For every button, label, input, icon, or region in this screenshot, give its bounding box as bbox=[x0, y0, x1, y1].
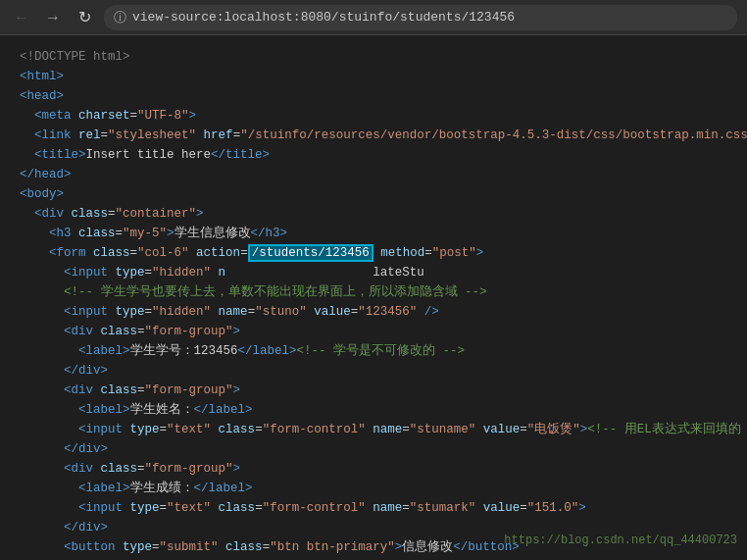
refresh-button[interactable]: ↻ bbox=[73, 6, 96, 29]
source-line: <input type="hidden" n lateStu bbox=[20, 263, 727, 282]
source-line: <head> bbox=[20, 86, 727, 106]
source-line: <label>学生姓名：</label> bbox=[20, 400, 727, 420]
source-line: <body> bbox=[20, 184, 727, 204]
forward-button[interactable]: → bbox=[41, 6, 65, 29]
watermark: https://blog.csdn.net/qq_44400723 bbox=[504, 532, 737, 550]
source-line: <html> bbox=[20, 67, 727, 86]
source-line: <meta charset="UTF-8"> bbox=[20, 106, 727, 126]
back-button[interactable]: ← bbox=[10, 6, 33, 29]
source-line: <input type="text" class="form-control" … bbox=[20, 498, 727, 518]
source-line: <!DOCTYPE html> bbox=[20, 47, 727, 67]
source-line: <link rel="stylesheet" href="/stuinfo/re… bbox=[20, 126, 727, 145]
address-bar-container: ⓘ bbox=[104, 5, 737, 30]
source-line: <div class="form-group"> bbox=[20, 459, 727, 479]
browser-chrome: ← → ↻ ⓘ bbox=[0, 0, 747, 35]
source-line: <input type="hidden" name="stuno" value=… bbox=[20, 302, 727, 322]
highlighted-action-value: /students/123456 bbox=[248, 244, 374, 262]
source-line: <!-- 学生学号也要传上去，单数不能出现在界面上，所以添加隐含域 --> bbox=[20, 282, 727, 302]
source-line: <form class="col-6" action=/students/123… bbox=[20, 243, 727, 263]
source-line: <div class="form-group"> bbox=[20, 381, 727, 400]
address-bar[interactable] bbox=[132, 10, 727, 25]
source-line: </div> bbox=[20, 439, 727, 459]
source-line: <input type="text" class="form-control" … bbox=[20, 420, 727, 439]
source-line: </div> bbox=[20, 361, 727, 381]
source-line: </head> bbox=[20, 165, 727, 184]
source-line: <div class="form-group"> bbox=[20, 322, 727, 341]
source-line: <title>Insert title here</title> bbox=[20, 145, 727, 165]
source-view: <!DOCTYPE html> <html> <head> <meta char… bbox=[0, 35, 747, 560]
source-line: <label>学生学号：123456</label><!-- 学号是不可修改的 … bbox=[20, 341, 727, 361]
source-line: <div class="container"> bbox=[20, 204, 727, 224]
source-line: <label>学生成绩：</label> bbox=[20, 479, 727, 498]
source-line: <h3 class="my-5">学生信息修改</h3> bbox=[20, 224, 727, 243]
info-icon: ⓘ bbox=[114, 9, 126, 26]
